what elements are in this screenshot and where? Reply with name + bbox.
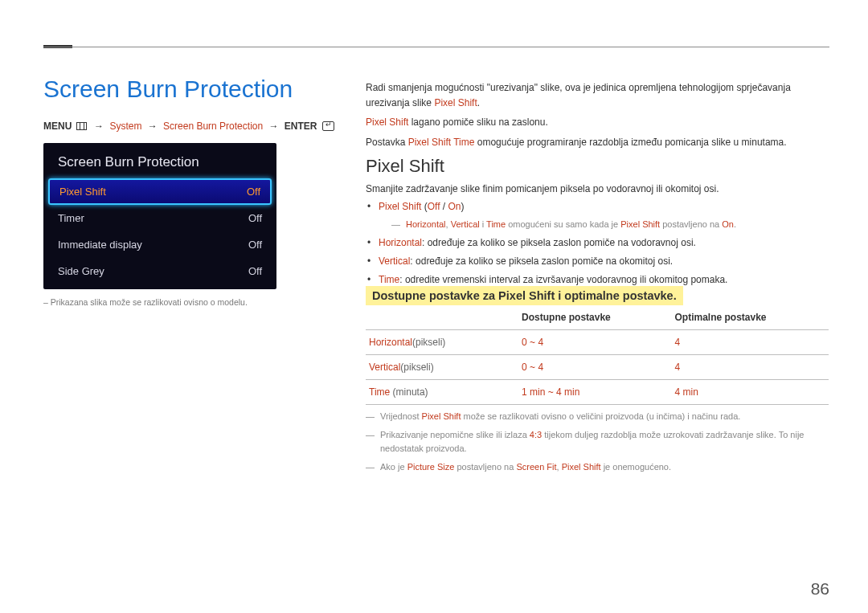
menu-row-side-grey[interactable]: Side Grey Off [43, 258, 276, 284]
menu-row-value: Off [248, 239, 262, 251]
list-item: Horizontal: određuje za koliko se piksel… [379, 235, 829, 251]
table-row: Vertical(pikseli) 0 ~ 4 4 [366, 355, 829, 380]
table-header-optimal: Optimalne postavke [671, 307, 829, 330]
footnote: Vrijednost Pixel Shift može se razlikova… [366, 410, 829, 423]
intro-block: Radi smanjenja mogućnosti "urezivanja" s… [366, 80, 829, 154]
page-number: 86 [811, 579, 829, 599]
arrow-icon: → [94, 121, 104, 132]
footnotes: Vrijednost Pixel Shift može se razlikova… [366, 410, 829, 479]
intro-p2-red: Pixel Shift [366, 116, 408, 128]
breadcrumb-menu-label: MENU [43, 121, 72, 132]
footnote: Ako je Picture Size postavljeno na Scree… [366, 460, 829, 474]
panel-footnote: Prikazana slika može se razlikovati ovis… [43, 297, 248, 307]
list-item: Vertical: određuje za koliko se piksela … [379, 254, 829, 269]
menu-panel: Screen Burn Protection Pixel Shift Off T… [43, 143, 276, 289]
intro-p2-post: lagano pomiče sliku na zaslonu. [408, 116, 547, 128]
settings-table: Dostupne postavke Optimalne postavke Hor… [366, 307, 829, 405]
highlighted-subheading: Dostupne postavke za Pixel Shift i optim… [366, 286, 683, 305]
breadcrumb-sbp: Screen Burn Protection [163, 121, 263, 132]
menu-row-value: Off [248, 212, 262, 224]
arrow-icon: → [269, 121, 279, 132]
menu-row-label: Pixel Shift [59, 186, 106, 198]
list-item: Pixel Shift (Off / On) Horizontal, Verti… [379, 199, 829, 232]
page-title: Screen Burn Protection [43, 76, 293, 103]
menu-icon [76, 122, 87, 130]
arrow-icon: → [148, 121, 158, 132]
enter-icon [322, 121, 334, 131]
panel-title: Screen Burn Protection [43, 143, 276, 178]
table-row: Time (minuta) 1 min ~ 4 min 4 min [366, 380, 829, 405]
footnote: Prikazivanje nepomične slike ili izlaza … [366, 428, 829, 456]
intro-p3-red: Pixel Shift Time [408, 137, 475, 148]
intro-p3-pre: Postavka [366, 137, 408, 148]
menu-row-label: Side Grey [58, 265, 104, 277]
breadcrumb: MENU → System → Screen Burn Protection →… [43, 121, 334, 132]
intro-p1-post: . [477, 97, 480, 108]
table-header-available: Dostupne postavke [518, 307, 671, 330]
menu-row-timer[interactable]: Timer Off [43, 205, 276, 231]
page-header-rule [43, 47, 829, 47]
breadcrumb-system: System [109, 121, 141, 132]
table-row: Horizontal(pikseli) 0 ~ 4 4 [366, 330, 829, 355]
menu-row-label: Immediate display [58, 239, 142, 251]
breadcrumb-enter-label: ENTER [285, 121, 317, 132]
intro-p3-post: omogućuje programiranje razdoblja između… [474, 137, 786, 148]
section-desc: Smanjite zadržavanje slike finim pomican… [366, 183, 829, 194]
section-bullets: Pixel Shift (Off / On) Horizontal, Verti… [366, 199, 829, 291]
intro-p1-pre: Radi smanjenja mogućnosti "urezivanja" s… [366, 82, 791, 108]
menu-row-value: Off [247, 186, 260, 198]
menu-row-pixel-shift[interactable]: Pixel Shift Off [48, 178, 272, 205]
menu-row-label: Timer [58, 212, 84, 224]
menu-row-immediate-display[interactable]: Immediate display Off [43, 231, 276, 258]
note: Horizontal, Vertical i Time omogućeni su… [391, 218, 829, 232]
menu-row-value: Off [248, 265, 262, 277]
intro-p1-red: Pixel Shift [434, 97, 477, 108]
section-heading: Pixel Shift [366, 156, 444, 177]
